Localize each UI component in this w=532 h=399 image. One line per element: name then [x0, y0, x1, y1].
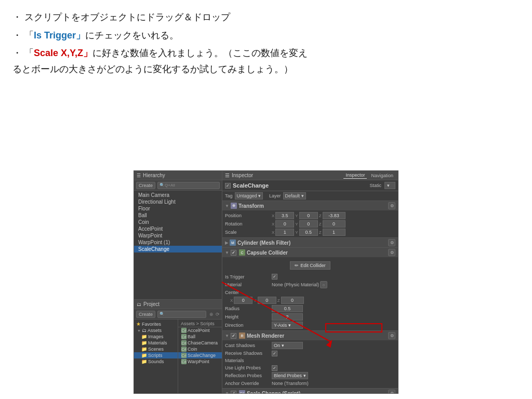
center-z-input[interactable] — [281, 297, 304, 304]
radius-row: Radius — [225, 304, 395, 313]
hierarchy-item[interactable]: WarpPoint — [134, 232, 222, 239]
component-enabled-checkbox[interactable] — [231, 391, 236, 394]
scale-x-input[interactable] — [275, 229, 294, 236]
reflection-probes-label: Reflection Probes — [225, 373, 272, 378]
is-trigger-checkbox[interactable] — [272, 274, 277, 280]
expand-arrow-icon: ▼ — [225, 334, 229, 338]
bullet-3: 「Scale X,Y,Z」に好きな数値を入れましょう。（ここの数値を変え るとボ… — [12, 45, 520, 77]
hierarchy-item[interactable]: Coin — [134, 219, 222, 225]
hierarchy-item[interactable]: Main Camera — [134, 192, 222, 198]
height-input[interactable] — [272, 313, 303, 321]
project-content: ★ Favorites ▼ 🗂 Assets 📁 Images 📁 M — [134, 320, 222, 393]
navigation-tab[interactable]: Navigation — [369, 172, 395, 179]
script-item[interactable]: C# Coin — [178, 346, 222, 352]
transform-body: Position X Y Z Rotation X — [222, 210, 398, 237]
layer-dropdown[interactable]: Default ▾ — [283, 192, 306, 200]
script-item[interactable]: C# WarpPoint — [178, 358, 222, 365]
center-x-input[interactable] — [234, 297, 252, 304]
script-item[interactable]: C# AccelPoint — [178, 327, 222, 334]
mesh-renderer-header[interactable]: ▼ R Mesh Renderer ⚙ — [222, 331, 398, 340]
anchor-override-row: Anchor Override None (Transform) — [225, 380, 395, 387]
inspector-scroll-area[interactable]: ▼ ⊕ Transform ⚙ Position X Y — [222, 201, 398, 393]
bullet-2: 「Is Trigger」にチェックをいれる。 — [12, 28, 520, 44]
images-tree-item[interactable]: 📁 Images — [134, 334, 178, 340]
folder-icon: 📁 — [141, 334, 147, 339]
transform-header[interactable]: ▼ ⊕ Transform ⚙ — [222, 201, 398, 210]
hierarchy-item-selected[interactable]: ScaleChange — [134, 246, 222, 252]
folder-icon: 📁 — [141, 359, 147, 364]
materials-tree-item[interactable]: 📁 Materials — [134, 340, 178, 346]
position-y-input[interactable] — [299, 212, 318, 219]
scripts-list: Assets > Scripts C# AccelPoint C# Ball C… — [178, 320, 222, 393]
center-y-input[interactable] — [258, 297, 276, 304]
script-item[interactable]: C# ChaseCamera — [178, 340, 222, 346]
reflection-probes-dropdown[interactable]: Blend Probes ▾ — [272, 372, 308, 379]
project-search[interactable]: 🔍 — [157, 311, 206, 318]
hierarchy-create-button[interactable]: Create — [136, 182, 155, 189]
assets-tree-item[interactable]: ▼ 🗂 Assets — [134, 327, 178, 334]
hierarchy-item[interactable]: Directional Light — [134, 198, 222, 205]
script-settings-icon[interactable]: ⚙ — [388, 390, 395, 393]
use-light-probes-row: Use Light Probes — [225, 364, 395, 371]
cast-shadows-dropdown[interactable]: On ▾ — [272, 342, 303, 349]
renderer-settings-icon[interactable]: ⚙ — [388, 332, 395, 339]
hierarchy-toolbar[interactable]: Create 🔍 Q+All — [134, 180, 222, 191]
component-enabled-checkbox[interactable] — [231, 333, 236, 339]
search-icon: 🔍 — [159, 183, 165, 188]
tag-dropdown[interactable]: Untagged ▾ — [235, 192, 263, 200]
is-trigger-row: Is Trigger — [225, 273, 395, 281]
receive-shadows-checkbox[interactable] — [272, 351, 277, 356]
material-value: None (Physic Material) — [272, 282, 319, 287]
position-z-input[interactable] — [323, 212, 345, 219]
position-x-input[interactable] — [275, 212, 294, 219]
cast-shadows-label: Cast Shadows — [225, 343, 272, 348]
hierarchy-item[interactable]: AccelPoint — [134, 225, 222, 232]
meshfilter-header[interactable]: ▶ M Cylinder (Mesh Filter) ⚙ — [222, 238, 398, 247]
capsule-collider-header[interactable]: ▼ C Capsule Collider ⚙ — [222, 248, 398, 257]
object-active-checkbox[interactable] — [225, 183, 231, 189]
hierarchy-search[interactable]: 🔍 Q+All — [157, 182, 220, 189]
material-picker-icon[interactable]: ○ — [320, 281, 327, 288]
rotation-y-input[interactable] — [299, 220, 318, 228]
radius-label: Radius — [225, 306, 272, 311]
static-label: Static — [369, 183, 381, 188]
project-tree: ★ Favorites ▼ 🗂 Assets 📁 Images 📁 M — [134, 320, 178, 393]
meshfilter-settings-icon[interactable]: ⚙ — [388, 239, 395, 246]
sounds-tree-item[interactable]: 📁 Sounds — [134, 358, 178, 365]
scale-y-input[interactable] — [299, 229, 318, 236]
center-field: X Y Z — [230, 297, 395, 304]
scale-row: Scale X Y Z — [225, 228, 395, 236]
scale-z-input[interactable] — [323, 229, 345, 236]
position-row: Position X Y Z — [225, 211, 395, 220]
edit-collider-button[interactable]: ✏ Edit Collider — [290, 261, 330, 270]
direction-dropdown[interactable]: Y-Axis ▾ — [272, 322, 303, 329]
rotation-z-input[interactable] — [323, 220, 345, 228]
project-toolbar[interactable]: Create 🔍 ⊕ ⟳ — [134, 309, 222, 320]
center-label: Center — [225, 290, 272, 295]
reflection-probes-row: Reflection Probes Blend Probes ▾ — [225, 371, 395, 380]
component-enabled-checkbox[interactable] — [231, 250, 236, 256]
transform-settings-icon[interactable]: ⚙ — [388, 202, 395, 209]
hierarchy-item[interactable]: WarpPoint (1) — [134, 239, 222, 246]
project-panel: 🗂 Project Create 🔍 ⊕ ⟳ ★ Favorites — [134, 300, 222, 393]
height-row: Height — [225, 313, 395, 321]
script-file-icon: C# — [181, 347, 187, 352]
radius-input[interactable] — [272, 305, 303, 312]
scale-change-header[interactable]: ▼ C# Scale Change (Script) ⚙ — [222, 389, 398, 393]
direction-label: Direction — [225, 323, 272, 328]
script-item[interactable]: C# Ball — [178, 334, 222, 340]
project-create-button[interactable]: Create — [136, 311, 155, 318]
hierarchy-item[interactable]: Ball — [134, 212, 222, 219]
script-item-scalechange[interactable]: C# ScaleChange — [178, 352, 222, 358]
hierarchy-item[interactable]: Floor — [134, 205, 222, 212]
scenes-tree-item[interactable]: 📁 Scenes — [134, 346, 178, 352]
static-dropdown[interactable]: ▾ — [384, 182, 395, 189]
inspector-tab[interactable]: Inspector — [343, 172, 367, 179]
collider-settings-icon[interactable]: ⚙ — [388, 249, 395, 256]
scripts-tree-item[interactable]: 📁 Scripts — [134, 352, 178, 358]
renderer-icon: R — [239, 332, 245, 339]
is-trigger-label: Is Trigger — [225, 274, 272, 280]
script-file-icon: C# — [181, 353, 187, 358]
use-light-probes-checkbox[interactable] — [272, 365, 277, 371]
rotation-x-input[interactable] — [275, 220, 294, 228]
